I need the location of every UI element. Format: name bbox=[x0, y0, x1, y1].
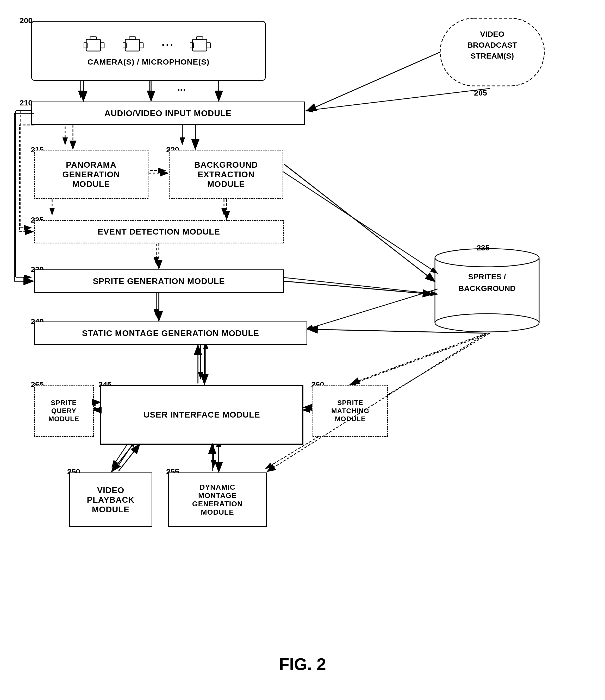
svg-rect-39 bbox=[125, 39, 140, 51]
svg-rect-41 bbox=[140, 43, 143, 48]
sprite-match-label: SPRITE MATCHING MODULE bbox=[331, 399, 369, 423]
svg-rect-33 bbox=[86, 39, 100, 51]
ellipsis: ··· bbox=[162, 39, 174, 51]
label-205: 205 bbox=[474, 89, 487, 97]
camera-icon-1 bbox=[83, 35, 107, 55]
svg-point-48 bbox=[435, 249, 539, 267]
svg-line-27 bbox=[349, 333, 490, 385]
av-input-box: AUDIO/VIDEO INPUT MODULE bbox=[31, 102, 305, 125]
svg-line-16 bbox=[281, 277, 438, 294]
av-input-label: AUDIO/VIDEO INPUT MODULE bbox=[104, 108, 232, 118]
svg-line-13 bbox=[281, 171, 438, 273]
video-playback-box: VIDEO PLAYBACK MODULE bbox=[69, 473, 152, 527]
svg-rect-43 bbox=[192, 39, 207, 51]
diagram: 200 ··· bbox=[0, 0, 605, 700]
svg-line-76 bbox=[119, 445, 139, 471]
svg-text:···: ··· bbox=[177, 84, 186, 96]
bg-extract-label: BACKGROUND EXTRACTION MODULE bbox=[194, 160, 258, 189]
sprites-db-container: SPRITES / BACKGROUND bbox=[432, 247, 542, 333]
camera-icon-2 bbox=[123, 35, 146, 55]
event-detect-label: EVENT DETECTION MODULE bbox=[98, 227, 220, 236]
svg-rect-44 bbox=[190, 43, 194, 48]
sprite-query-label: SPRITE QUERY MODULE bbox=[48, 399, 79, 423]
vbs-container: VIDEO BROADCAST STREAM(S) bbox=[438, 16, 547, 89]
dynamic-montage-box: DYNAMIC MONTAGE GENERATION MODULE bbox=[168, 473, 267, 527]
label-210: 210 bbox=[20, 98, 32, 107]
svg-rect-45 bbox=[207, 43, 211, 48]
camera-box: ··· CAMERA(S) / MICROPHONE(S) bbox=[31, 21, 266, 81]
sprites-db-label: SPRITES / BACKGROUND bbox=[432, 271, 542, 294]
vbs-label: VIDEO BROADCAST STREAM(S) bbox=[438, 29, 547, 61]
cameras-label: CAMERA(S) / MICROPHONE(S) bbox=[88, 57, 210, 66]
svg-line-65 bbox=[284, 281, 432, 294]
fig-caption: FIG. 2 bbox=[279, 654, 326, 674]
camera-icon-3 bbox=[190, 35, 213, 55]
svg-line-58 bbox=[307, 52, 440, 110]
ui-module-box: USER INTERFACE MODULE bbox=[100, 385, 304, 445]
svg-point-51 bbox=[435, 314, 539, 332]
static-montage-label: STATIC MONTAGE GENERATION MODULE bbox=[82, 328, 259, 338]
svg-line-21 bbox=[306, 289, 438, 329]
dynamic-montage-label: DYNAMIC MONTAGE GENERATION MODULE bbox=[192, 483, 243, 517]
static-montage-box: STATIC MONTAGE GENERATION MODULE bbox=[34, 322, 307, 345]
label-200: 200 bbox=[20, 16, 32, 25]
svg-line-62 bbox=[284, 164, 434, 281]
ui-module-label: USER INTERFACE MODULE bbox=[144, 410, 260, 420]
svg-rect-35 bbox=[100, 43, 104, 48]
sprite-gen-box: SPRITE GENERATION MODULE bbox=[34, 270, 284, 293]
bg-extract-box: BACKGROUND EXTRACTION MODULE bbox=[169, 150, 283, 199]
svg-rect-34 bbox=[83, 43, 87, 48]
event-detect-box: EVENT DETECTION MODULE bbox=[34, 220, 284, 243]
svg-line-75 bbox=[112, 445, 133, 471]
sprite-query-box: SPRITE QUERY MODULE bbox=[34, 385, 94, 437]
panorama-box: PANORAMA GENERATION MODULE bbox=[34, 150, 148, 199]
sprite-gen-label: SPRITE GENERATION MODULE bbox=[93, 276, 225, 286]
sprite-match-box: SPRITE MATCHING MODULE bbox=[313, 385, 388, 437]
svg-rect-40 bbox=[123, 43, 126, 48]
camera-icons: ··· bbox=[83, 35, 213, 55]
svg-line-73 bbox=[352, 333, 486, 383]
video-playback-label: VIDEO PLAYBACK MODULE bbox=[87, 485, 135, 515]
panorama-label: PANORAMA GENERATION MODULE bbox=[63, 160, 120, 189]
svg-line-5 bbox=[306, 89, 490, 110]
